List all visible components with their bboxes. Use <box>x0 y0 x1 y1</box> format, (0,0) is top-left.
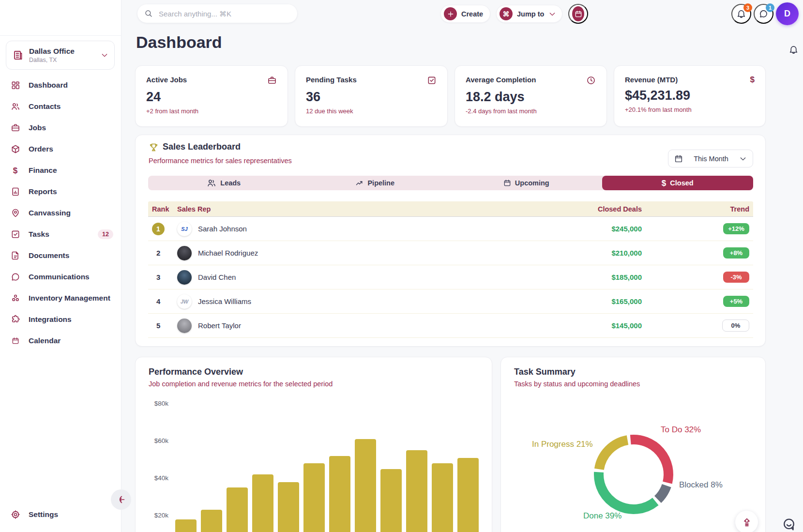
tab-pipeline[interactable]: Pipeline <box>300 176 451 190</box>
revenue-bar <box>355 439 376 532</box>
table-row[interactable]: 5Robert Taylor$145,0000% <box>148 314 753 338</box>
revenue-bar <box>252 474 273 532</box>
stat-value: 24 <box>146 90 277 105</box>
sidebar-nav: DashboardContactsJobsOrders$FinanceRepor… <box>0 75 121 351</box>
sales-rep-cell: JWJessica Williams <box>177 294 530 309</box>
sidebar-item-documents[interactable]: Documents <box>0 245 121 266</box>
y-axis-tick-label: $20k <box>147 512 168 519</box>
tab-closed[interactable]: $Closed <box>602 176 754 190</box>
sidebar-item-dashboard[interactable]: Dashboard <box>0 75 121 96</box>
scroll-to-top-button[interactable] <box>735 511 758 532</box>
table-row[interactable]: 2Michael Rodriguez$210,000+8% <box>148 241 753 265</box>
closed-deals-cell: $185,000 <box>530 273 642 281</box>
rank-number: 3 <box>152 273 177 281</box>
app-root: Dallas Office Dallas, TX DashboardContac… <box>0 0 803 532</box>
sidebar-item-communications[interactable]: Communications <box>0 266 121 288</box>
trend-cell: +5% <box>642 296 753 307</box>
tab-leads[interactable]: Leads <box>148 176 300 190</box>
donut-segment-in-progress <box>599 440 628 469</box>
calendar-icon <box>503 179 511 187</box>
stat-subtext: 12 due this week <box>306 107 437 115</box>
sidebar-collapse-button[interactable] <box>111 489 131 510</box>
sidebar-header-strip <box>0 0 121 36</box>
calendar-quick-button[interactable] <box>568 4 588 24</box>
sidebar-item-tasks[interactable]: Tasks12 <box>0 224 121 245</box>
sidebar-item-inventory-management[interactable]: Inventory Management <box>0 288 121 309</box>
help-chat-icon[interactable] <box>782 517 796 532</box>
sidebar-item-reports[interactable]: Reports <box>0 181 121 202</box>
user-avatar[interactable]: D <box>776 2 799 25</box>
puzzle-icon <box>10 315 20 324</box>
closed-deals-value: $245,000 <box>611 225 642 233</box>
y-axis-tick-label: $60k <box>147 437 168 444</box>
leaderboard-table: RankSales RepClosed DealsTrend 1SJSarah … <box>148 201 753 338</box>
gear-icon <box>10 510 20 519</box>
y-axis-tick-label: $40k <box>147 474 168 482</box>
stat-value: $45,231.89 <box>625 88 755 103</box>
arrow-up-icon <box>742 517 752 528</box>
tab-label: Pipeline <box>367 179 394 187</box>
sidebar-item-settings[interactable]: Settings <box>0 504 121 525</box>
trophy-icon <box>149 142 159 152</box>
sales-rep-cell: David Chen <box>177 270 530 285</box>
table-row[interactable]: 4JWJessica Williams$165,000+5% <box>148 289 753 314</box>
sidebar-item-jobs[interactable]: Jobs <box>0 117 121 138</box>
avatar <box>177 246 192 260</box>
sidebar-item-orders[interactable]: Orders <box>0 138 121 160</box>
sidebar-item-label: Finance <box>29 166 57 175</box>
donut-label-done: Done 39% <box>583 511 621 521</box>
sidebar-item-label: Jobs <box>29 123 46 132</box>
search-icon <box>144 9 153 18</box>
stat-value: 36 <box>306 90 437 105</box>
column-header-rank: Rank <box>148 205 177 213</box>
sidebar-item-calendar[interactable]: Calendar <box>0 330 121 351</box>
donut-segment-blocked <box>658 486 667 500</box>
closed-deals-cell: $165,000 <box>530 297 642 305</box>
calendar-icon <box>674 154 683 163</box>
sidebar-item-contacts[interactable]: Contacts <box>0 96 121 117</box>
sales-rep-cell: Michael Rodriguez <box>177 246 530 260</box>
stat-subtext: -2.4 days from last month <box>466 107 596 115</box>
notifications-button[interactable]: 3 <box>731 4 751 24</box>
revenue-bar <box>303 463 325 532</box>
jump-to-button[interactable]: ⌘ Jump to <box>496 5 562 23</box>
revenue-bar <box>457 458 479 532</box>
sales-leaderboard-card: Sales Leaderboard Performance metrics fo… <box>135 135 766 347</box>
task-summary-subtitle: Tasks by status and upcoming deadlines <box>514 380 640 388</box>
closed-deals-value: $165,000 <box>611 297 642 305</box>
table-row[interactable]: 1SJSarah Johnson$245,000+12% <box>148 217 753 241</box>
table-row[interactable]: 3David Chen$185,000-3% <box>148 265 753 289</box>
sidebar-item-label: Reports <box>29 187 57 196</box>
trend-badge: 0% <box>722 319 749 332</box>
org-switcher[interactable]: Dallas Office Dallas, TX <box>6 41 115 70</box>
check-square-icon <box>10 229 20 239</box>
sales-rep-name: Michael Rodriguez <box>198 249 258 257</box>
stat-card-active-jobs: Active Jobs24+2 from last month <box>135 65 288 127</box>
trend-badge: +8% <box>723 247 749 258</box>
dollar-icon: $ <box>10 167 20 175</box>
trend-badge: -3% <box>723 272 749 283</box>
panel-bell-icon[interactable] <box>788 45 799 55</box>
closed-deals-cell: $245,000 <box>530 225 642 233</box>
sales-rep-cell: Robert Taylor <box>177 319 530 333</box>
sidebar-item-canvassing[interactable]: Canvassing <box>0 202 121 224</box>
period-select[interactable]: This Month <box>668 150 753 167</box>
tab-upcoming[interactable]: Upcoming <box>451 176 602 190</box>
create-button[interactable]: Create <box>440 5 490 23</box>
trend-badge: +5% <box>723 296 749 307</box>
boxes-icon <box>10 293 20 303</box>
task-summary-card: Task Summary Tasks by status and upcomin… <box>500 357 766 532</box>
leaderboard-subtitle: Performance metrics for sales representa… <box>149 157 292 165</box>
messages-button[interactable]: 1 <box>754 4 773 24</box>
sidebar-item-label: Integrations <box>29 315 72 324</box>
closed-deals-cell: $210,000 <box>530 249 642 257</box>
search-input[interactable] <box>158 9 290 18</box>
calendar-icon <box>572 6 584 21</box>
sidebar-item-finance[interactable]: $Finance <box>0 160 121 181</box>
dollar-icon: $ <box>662 179 666 187</box>
column-header-closed-deals: Closed Deals <box>530 205 642 213</box>
sidebar-item-integrations[interactable]: Integrations <box>0 309 121 330</box>
rank-cell: 5 <box>148 321 177 330</box>
page-title: Dashboard <box>136 33 222 52</box>
chat-count-badge: 1 <box>766 3 774 12</box>
